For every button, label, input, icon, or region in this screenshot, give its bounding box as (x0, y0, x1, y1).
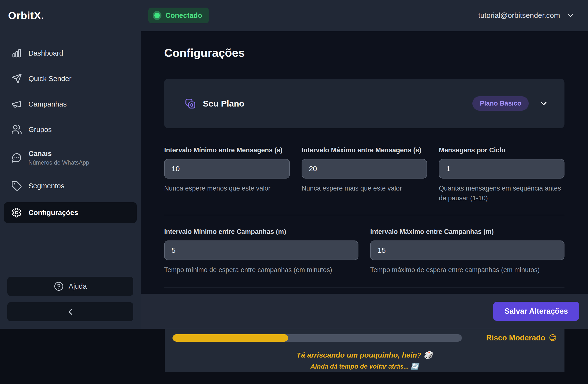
message-interval-fields: Intervalo Mínimo entre Mensagens (s) Nun… (164, 146, 565, 203)
page-title: Configurações (164, 46, 565, 60)
account-menu[interactable]: tutorial@orbitsender.com (478, 11, 588, 20)
risk-card: Risco Moderado 😅 Tá arriscando um pouqui… (165, 329, 565, 372)
field-min-msg: Intervalo Mínimo entre Mensagens (s) Nun… (164, 146, 290, 203)
sidebar-item-configuracoes[interactable]: Configurações (4, 202, 137, 223)
plan-badge: Plano Básico (472, 96, 529, 111)
sidebar-item-label: Configurações (28, 209, 78, 217)
sidebar-item-quick-sender[interactable]: Quick Sender (4, 70, 137, 88)
field-per-cycle: Mensagens por Ciclo Quantas mensagens em… (439, 146, 565, 203)
section-divider (164, 215, 565, 215)
chevron-down-icon (567, 11, 575, 20)
sidebar-item-canais[interactable]: Canais Números de WhatsApp (4, 146, 137, 169)
gear-icon (11, 207, 22, 218)
field-max-camp: Intervalo Máximo entre Campanhas (m) Tem… (370, 228, 565, 275)
connection-status-badge: Conectado (148, 8, 209, 23)
help-circle-icon (54, 281, 64, 291)
sidebar-item-dashboard[interactable]: Dashboard (4, 44, 137, 62)
help-label: Ajuda (69, 282, 87, 290)
risk-progress-fill (172, 334, 288, 342)
campaign-interval-fields: Intervalo Mínimo entre Campanhas (m) Tem… (164, 228, 565, 275)
chevron-left-icon (65, 307, 75, 317)
sidebar-item-segmentos[interactable]: Segmentos (4, 177, 137, 195)
sidebar-item-label: Quick Sender (28, 75, 72, 83)
field-label: Mensagens por Ciclo (439, 146, 565, 154)
field-label: Intervalo Mínimo entre Mensagens (s) (164, 146, 290, 154)
max-msg-input[interactable] (302, 159, 427, 179)
megaphone-icon (11, 99, 22, 109)
sidebar-item-label: Campanhas (28, 100, 67, 108)
sidebar: Dashboard Quick Sender Campanhas Grupos … (0, 31, 141, 329)
status-dot-icon (153, 11, 162, 20)
sidebar-item-grupos[interactable]: Grupos (4, 121, 137, 139)
field-helper: Tempo máximo de espera entre campanhas (… (370, 265, 565, 275)
app-logo: OrbitX. (0, 10, 141, 21)
per-cycle-input[interactable] (439, 159, 565, 179)
sidebar-item-label: Grupos (28, 126, 52, 134)
field-label: Intervalo Máximo entre Campanhas (m) (370, 228, 565, 236)
bar-chart-icon (11, 48, 22, 59)
plan-card-title: Seu Plano (203, 99, 244, 108)
sidebar-item-campanhas[interactable]: Campanhas (4, 95, 137, 113)
top-header: OrbitX. Conectado tutorial@orbitsender.c… (0, 0, 588, 31)
sidebar-item-label: Segmentos (28, 182, 64, 190)
field-helper: Quantas mensagens em sequência antes de … (439, 183, 565, 203)
users-icon (11, 124, 22, 135)
sidebar-nav: Dashboard Quick Sender Campanhas Grupos … (0, 44, 141, 223)
field-helper: Nunca espere mais que este valor (302, 183, 427, 193)
sidebar-item-label: Dashboard (28, 49, 63, 57)
field-label: Intervalo Mínimo entre Campanhas (m) (164, 228, 358, 236)
panel-footer: Salvar Alterações (141, 294, 588, 329)
account-email: tutorial@orbitsender.com (478, 11, 560, 20)
save-button[interactable]: Salvar Alterações (493, 302, 579, 321)
sidebar-bottom: Ajuda (0, 277, 141, 321)
max-camp-input[interactable] (370, 241, 565, 260)
help-button[interactable]: Ajuda (7, 277, 133, 296)
risk-message-primary: Tá arriscando um pouquinho, hein? 🎲 (172, 351, 557, 359)
section-divider (164, 287, 565, 288)
chat-bubble-icon (11, 152, 22, 163)
status-label: Conectado (165, 12, 202, 20)
plan-card-toggle[interactable]: Seu Plano Plano Básico (164, 79, 565, 128)
sweat-smile-emoji: 😅 (549, 333, 557, 342)
field-label: Intervalo Máximo entre Mensagens (s) (302, 146, 427, 154)
risk-level-label: Risco Moderado 😅 (486, 333, 557, 342)
risk-progress-track (172, 334, 462, 342)
field-min-camp: Intervalo Mínimo entre Campanhas (m) Tem… (164, 228, 358, 275)
min-msg-input[interactable] (164, 159, 290, 179)
field-max-msg: Intervalo Máximo entre Mensagens (s) Nun… (302, 146, 427, 203)
sidebar-item-sublabel: Números de WhatsApp (28, 159, 89, 166)
field-helper: Tempo mínimo de espera entre campanhas (… (164, 265, 358, 275)
settings-panel: Configurações Seu Plano Plano Básico Int… (141, 31, 588, 294)
min-camp-input[interactable] (164, 241, 358, 260)
wallet-cards-icon (185, 98, 196, 109)
collapse-sidebar-button[interactable] (7, 302, 133, 321)
tag-icon (11, 181, 22, 191)
sidebar-item-label: Canais (28, 150, 89, 158)
send-icon (11, 73, 22, 84)
field-helper: Nunca espere menos que este valor (164, 183, 290, 193)
chevron-down-icon (539, 99, 548, 108)
risk-message-secondary: Ainda dá tempo de voltar atrás... 🔄 (172, 363, 557, 370)
